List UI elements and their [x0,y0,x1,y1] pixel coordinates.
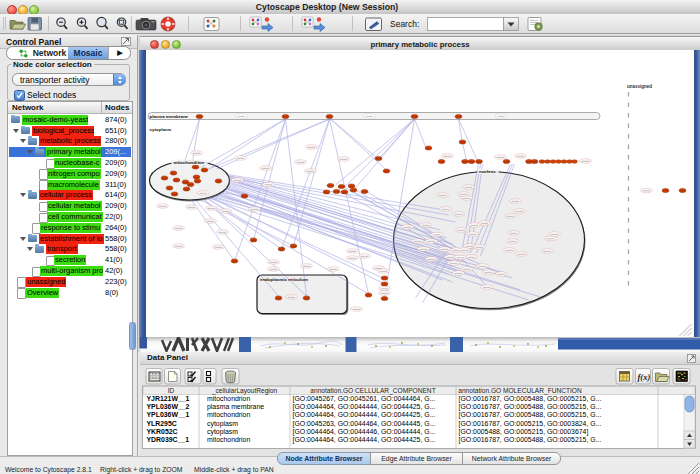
svg-text:[GO:0016787, GO:0005215, GO:00: [GO:0016787, GO:0005215, GO:0003824, G..… [459,420,602,428]
svg-text:_cellularLayoutRegion: _cellularLayoutRegion [211,387,278,395]
svg-text:[GO:0044464, GO:0044444, GO:00: [GO:0044464, GO:0044444, GO:0044425, G..… [293,403,436,411]
svg-text:unassigned: unassigned [627,84,652,89]
svg-text:[GO:0045267, GO:0045261, GO:00: [GO:0045267, GO:0045261, GO:0044464, G..… [293,395,436,403]
svg-text:[GO:0044464, GO:0044444, GO:00: [GO:0044464, GO:0044444, GO:0044425, G..… [293,411,436,419]
svg-text:annotation.GO MOLECULAR_FUNCTI: annotation.GO MOLECULAR_FUNCTION [458,387,582,395]
svg-text:[GO:0016787, GO:0005488, GO:00: [GO:0016787, GO:0005488, GO:0005215, G..… [459,436,602,444]
svg-text:cytoplasm: cytoplasm [207,420,238,428]
svg-text:mitochondrion: mitochondrion [207,395,250,402]
svg-text:Search:: Search: [390,19,419,29]
svg-text:YLR295C: YLR295C [147,420,177,427]
svg-text:YKR052C: YKR052C [147,428,178,435]
svg-text:annotation.GO CELLULAR_COMPONE: annotation.GO CELLULAR_COMPONENT [310,387,435,395]
svg-text:[GO:0016787, GO:0005488, GO:00: [GO:0016787, GO:0005488, GO:0005215, G..… [459,403,602,411]
svg-text:plasma membrane: plasma membrane [207,403,264,411]
svg-text:plasma membrane: plasma membrane [149,114,188,119]
svg-text:YDR039C__1: YDR039C__1 [147,436,190,443]
svg-text:[GO:0045263, GO:0044464, GO:00: [GO:0045263, GO:0044464, GO:0044445, G..… [293,420,436,428]
svg-text:[GO:0016787, GO:0005488, GO:00: [GO:0016787, GO:0005488, GO:0005215, G..… [459,411,602,419]
svg-text:YPL036W__1: YPL036W__1 [147,411,190,418]
svg-text:YPL036W__2: YPL036W__2 [147,403,190,410]
svg-text:cytoplasm: cytoplasm [149,127,171,132]
svg-text:YJR121W__1: YJR121W__1 [147,395,190,402]
svg-text:[GO:0016787, GO:0005488, GO:00: [GO:0016787, GO:0005488, GO:0005215, G..… [459,395,602,403]
svg-text:nucleus: nucleus [479,169,496,174]
svg-text:mitochondrion: mitochondrion [207,411,250,418]
svg-text:[GO:0044464, GO:0044446, GO:00: [GO:0044464, GO:0044446, GO:0044444, G..… [293,428,436,436]
svg-text:f(x): f(x) [638,372,651,382]
svg-text:cytoplasm: cytoplasm [207,428,238,436]
svg-text:mitochondrion: mitochondrion [173,160,204,165]
svg-text:endoplasmic reticulum: endoplasmic reticulum [260,277,308,282]
svg-text:ID: ID [168,387,175,394]
svg-text:mitochondrion: mitochondrion [207,436,250,443]
svg-text:[GO:0044464, GO:0044444, GO:00: [GO:0044464, GO:0044444, GO:0044425, G..… [293,436,436,444]
svg-text:[GO:0005488, GO:0005215, GO:00: [GO:0005488, GO:0005215, GO:0003674] [459,428,589,436]
